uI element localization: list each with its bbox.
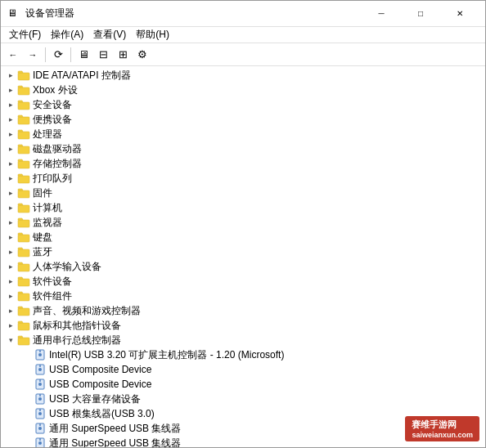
item-label-sound: 声音、视频和游戏控制器 [33,304,141,318]
usb-icon-usb-composite2 [34,378,47,391]
forward-button[interactable]: → [24,46,42,64]
expand-icon-processor[interactable]: ▸ [4,128,17,141]
menu-action[interactable]: 操作(A) [46,26,88,43]
item-label-mouse: 鼠标和其他指针设备 [33,319,121,333]
item-label-print: 打印队列 [33,172,72,186]
expand-icon-firmware[interactable]: ▸ [4,186,17,199]
svg-rect-10 [18,220,29,227]
title-controls: ─ □ ✕ [362,1,479,27]
toolbar-separator-2 [70,47,71,62]
expand-button[interactable]: ⊞ [114,46,132,64]
back-button[interactable]: ← [4,46,22,64]
menu-file[interactable]: 文件(F) [4,26,46,43]
expand-icon-portable[interactable]: ▸ [4,113,17,126]
restore-button[interactable]: □ [402,1,439,27]
item-label-software: 软件设备 [33,275,72,289]
title-bar: 🖥 设备管理器 ─ □ ✕ [1,1,485,27]
tree-item-ide[interactable]: ▸ IDE ATA/ATAPI 控制器 [1,68,485,83]
expand-icon-software[interactable]: ▸ [4,275,17,288]
expand-icon-sound[interactable]: ▸ [4,304,17,317]
svg-point-20 [38,353,42,356]
expand-icon-usb-composite2 [20,378,34,391]
expand-icon-softwarecomp[interactable]: ▸ [4,289,17,302]
item-label-security: 安全设备 [33,98,72,112]
svg-rect-5 [18,146,29,154]
folder-icon-softwarecomp [17,289,30,302]
folder-icon-monitor [17,216,30,229]
expand-icon-usb-super1 [20,422,34,435]
expand-icon-mouse[interactable]: ▸ [4,319,17,332]
item-label-firmware: 固件 [33,186,52,200]
tree-item-usb-intel[interactable]: Intel(R) USB 3.20 可扩展主机控制器 - 1.20 (Micro… [1,347,485,362]
tree-item-keyboard[interactable]: ▸ 键盘 [1,230,485,244]
collapse-button[interactable]: ⊟ [94,46,112,64]
svg-point-29 [38,397,42,401]
window-title: 设备管理器 [25,7,74,20]
menu-help[interactable]: 帮助(H) [131,26,174,43]
svg-point-26 [38,383,42,386]
item-label-ide: IDE ATA/ATAPI 控制器 [33,69,131,83]
tree-item-usb-composite1[interactable]: USB Composite Device [1,362,485,377]
tree-item-bluetooth[interactable]: ▸ 蓝牙 [1,244,485,259]
folder-icon-print [17,172,30,185]
item-label-portable: 便携设备 [33,113,72,127]
tree-item-print[interactable]: ▸ 打印队列 [1,171,485,186]
tree-item-storage[interactable]: ▸ 存储控制器 [1,156,485,171]
svg-rect-16 [18,308,29,316]
folder-icon-software [17,275,30,288]
expand-icon-diskdrive[interactable]: ▸ [4,142,17,155]
folder-icon-keyboard [17,231,30,244]
tree-item-hid[interactable]: ▸ 人体学输入设备 [1,259,485,274]
tree-item-security[interactable]: ▸ 安全设备 [1,97,485,112]
item-label-xbox: Xbox 外设 [33,83,78,97]
folder-icon-mouse [17,319,30,332]
usb-icon-usb-mass [34,392,47,405]
tree-item-software[interactable]: ▸ 软件设备 [1,274,485,289]
folder-icon-computer [17,201,30,214]
expand-icon-hid[interactable]: ▸ [4,260,17,273]
tree-item-firmware[interactable]: ▸ 固件 [1,186,485,200]
expand-icon-storage[interactable]: ▸ [4,157,17,170]
expand-icon-security[interactable]: ▸ [4,98,17,111]
svg-rect-0 [18,73,29,80]
tree-item-softwarecomp[interactable]: ▸ 软件组件 [1,289,485,303]
expand-icon-monitor[interactable]: ▸ [4,216,17,229]
svg-rect-15 [18,293,29,301]
expand-icon-usb[interactable]: ▾ [4,334,17,347]
usb-icon-usb-intel [34,348,47,361]
svg-point-35 [38,427,42,430]
expand-icon-usb-mass [20,392,34,405]
tree-item-mouse[interactable]: ▸ 鼠标和其他指针设备 [1,318,485,333]
expand-icon-ide[interactable]: ▸ [4,69,17,82]
tree-item-computer[interactable]: ▸ 计算机 [1,200,485,215]
tree-item-usb-composite2[interactable]: USB Composite Device [1,377,485,392]
device-tree[interactable]: ▸ IDE ATA/ATAPI 控制器▸ Xbox 外设▸ 安全设备▸ 便携设备… [1,66,485,447]
tree-item-usb-root1[interactable]: USB 根集线器(USB 3.0) [1,406,485,421]
tree-item-usb-super1[interactable]: 通用 SuperSpeed USB 集线器 [1,421,485,436]
expand-icon-bluetooth[interactable]: ▸ [4,245,17,258]
expand-icon-computer[interactable]: ▸ [4,201,17,214]
expand-icon-usb-root1 [20,407,34,420]
expand-icon-print[interactable]: ▸ [4,172,17,185]
refresh-button[interactable]: ⟳ [49,46,67,64]
properties-button[interactable]: 🖥 [74,46,92,64]
item-label-computer: 计算机 [33,201,62,215]
expand-icon-usb-intel [20,348,34,361]
expand-icon-xbox[interactable]: ▸ [4,83,17,96]
close-button[interactable]: ✕ [441,1,479,27]
tree-item-portable[interactable]: ▸ 便携设备 [1,112,485,127]
tree-item-usb-super2[interactable]: 通用 SuperSpeed USB 集线器 [1,436,485,447]
settings-button[interactable]: ⚙ [133,46,151,64]
tree-item-usb[interactable]: ▾ 通用串行总线控制器 [1,333,485,347]
tree-item-usb-mass[interactable]: USB 大容量存储设备 [1,392,485,406]
minimize-button[interactable]: ─ [362,1,400,27]
tree-item-diskdrive[interactable]: ▸ 磁盘驱动器 [1,141,485,156]
tree-item-xbox[interactable]: ▸ Xbox 外设 [1,83,485,97]
folder-icon-firmware [17,186,30,199]
tree-item-processor[interactable]: ▸ 处理器 [1,127,485,141]
tree-item-monitor[interactable]: ▸ 监视器 [1,215,485,230]
tree-item-sound[interactable]: ▸ 声音、视频和游戏控制器 [1,303,485,318]
menu-view[interactable]: 查看(V) [88,26,131,43]
expand-icon-keyboard[interactable]: ▸ [4,231,17,244]
svg-point-32 [38,412,42,415]
